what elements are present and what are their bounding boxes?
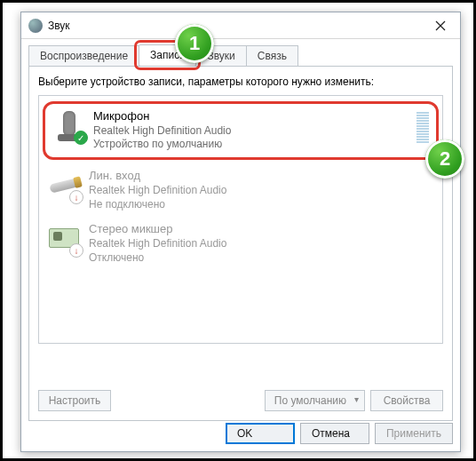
- tab-playback[interactable]: Воспроизведение: [28, 45, 139, 67]
- cancel-button[interactable]: Отмена: [300, 423, 369, 444]
- level-meter-icon: [416, 109, 429, 143]
- apply-button[interactable]: Применить: [375, 423, 453, 444]
- device-name: Стерео микшер: [89, 222, 433, 237]
- window-title: Звук: [48, 20, 70, 32]
- instruction-text: Выберите устройство записи, параметры ко…: [38, 76, 443, 88]
- titlebar[interactable]: Звук: [21, 12, 460, 39]
- close-button[interactable]: [421, 12, 460, 39]
- close-icon: [435, 20, 446, 31]
- configure-button[interactable]: Настроить: [38, 390, 111, 411]
- device-sub: Realtek High Definition Audio: [93, 124, 409, 139]
- sound-dialog: Звук Воспроизведение Запись Звуки Связь …: [20, 12, 461, 452]
- tabs: Воспроизведение Запись Звуки Связь: [21, 39, 460, 66]
- arrow-down-icon: ↓: [69, 243, 83, 258]
- ok-button[interactable]: OK: [226, 423, 295, 444]
- speaker-icon: [28, 19, 43, 33]
- device-sub: Realtek High Definition Audio: [89, 237, 433, 251]
- device-name: Микрофон: [93, 109, 409, 124]
- device-stereo-mix[interactable]: ↓ Стерео микшер Realtek High Definition …: [39, 217, 442, 270]
- device-status: Устройство по умолчанию: [93, 138, 409, 152]
- line-in-icon: ↓: [48, 169, 80, 201]
- microphone-icon: ✓: [52, 109, 84, 141]
- device-sub: Realtek High Definition Audio: [89, 184, 433, 198]
- annotation-badge-2: 2: [425, 139, 464, 179]
- device-line-in[interactable]: ↓ Лин. вход Realtek High Definition Audi…: [39, 163, 442, 217]
- annotation-badge-1: 1: [175, 24, 214, 63]
- device-status: Не подключено: [89, 198, 433, 212]
- device-name: Лин. вход: [89, 169, 433, 184]
- tab-communications[interactable]: Связь: [246, 45, 298, 67]
- panel-buttons: Настроить По умолчанию Свойства: [38, 390, 443, 411]
- check-icon: ✓: [74, 131, 88, 145]
- device-list[interactable]: ✓ Микрофон Realtek High Definition Audio…: [38, 95, 443, 344]
- tab-panel-recording: Выберите устройство записи, параметры ко…: [28, 66, 453, 421]
- arrow-down-icon: ↓: [69, 190, 83, 204]
- device-status: Отключено: [89, 251, 433, 266]
- soundcard-icon: ↓: [48, 222, 80, 254]
- device-microphone[interactable]: ✓ Микрофон Realtek High Definition Audio…: [43, 101, 439, 160]
- set-default-button[interactable]: По умолчанию: [265, 390, 365, 411]
- dialog-buttons: OK Отмена Применить: [226, 423, 453, 444]
- properties-button[interactable]: Свойства: [370, 390, 443, 411]
